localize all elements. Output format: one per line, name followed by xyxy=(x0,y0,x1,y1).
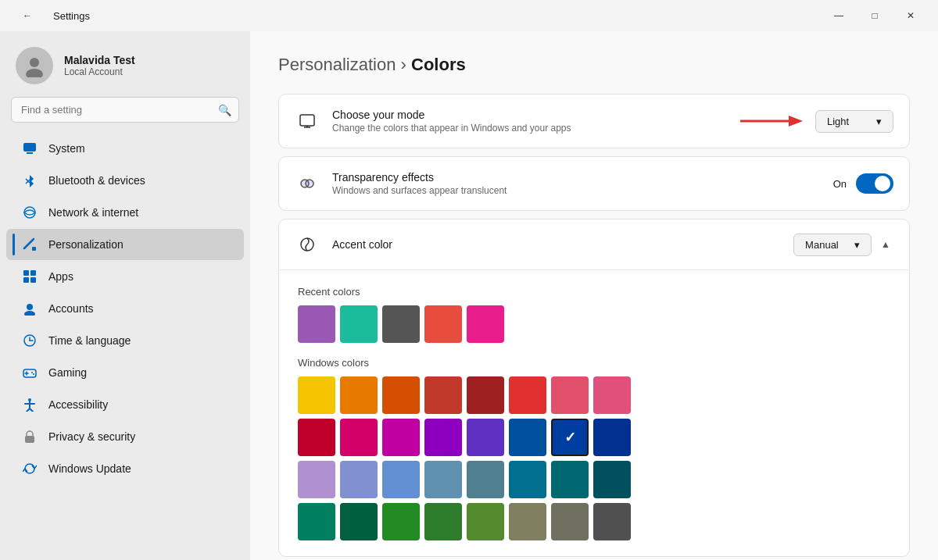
transparency-label: Transparency effects xyxy=(332,171,821,184)
windows-color-2-0[interactable] xyxy=(298,461,335,498)
windows-color-2-5[interactable] xyxy=(509,461,546,498)
recent-colors-title: Recent colors xyxy=(298,286,890,298)
windows-color-0-5[interactable] xyxy=(509,376,546,414)
choose-mode-row: Choose your mode Change the colors that … xyxy=(279,95,909,148)
mode-dropdown-value: Light xyxy=(827,116,849,127)
accent-label: Accent color xyxy=(332,238,781,251)
sidebar-item-accounts[interactable]: Accounts xyxy=(6,293,244,324)
windows-color-3-3[interactable] xyxy=(424,503,462,540)
recent-swatch-0[interactable] xyxy=(298,305,335,343)
windows-color-1-6[interactable] xyxy=(551,419,589,456)
sidebar-item-bluetooth[interactable]: Bluetooth & devices xyxy=(6,165,244,196)
svg-line-27 xyxy=(30,408,33,412)
search-box[interactable]: 🔍 xyxy=(11,97,239,123)
windows-color-3-4[interactable] xyxy=(467,503,504,540)
windows-color-3-5[interactable] xyxy=(509,503,546,540)
svg-rect-2 xyxy=(23,143,36,152)
minimize-button[interactable]: — xyxy=(821,3,857,28)
windows-color-1-4[interactable] xyxy=(467,419,504,456)
transparency-row: Transparency effects Windows and surface… xyxy=(279,157,909,210)
svg-rect-28 xyxy=(25,436,34,443)
svg-marker-33 xyxy=(789,116,803,127)
sidebar-item-time[interactable]: Time & language xyxy=(6,325,244,356)
update-nav-icon xyxy=(22,461,38,476)
windows-colors-title: Windows colors xyxy=(298,357,890,369)
svg-line-7 xyxy=(24,239,34,248)
privacy-nav-label: Privacy & security xyxy=(48,430,135,443)
windows-color-0-4[interactable] xyxy=(467,376,504,414)
sidebar-item-accessibility[interactable]: Accessibility xyxy=(6,389,244,420)
windows-color-0-1[interactable] xyxy=(340,376,378,414)
toggle-state-label: On xyxy=(833,178,847,190)
windows-color-1-3[interactable] xyxy=(424,419,462,456)
windows-color-1-1[interactable] xyxy=(340,419,378,456)
windows-color-3-0[interactable] xyxy=(298,503,335,540)
svg-rect-9 xyxy=(23,270,29,276)
maximize-button[interactable]: □ xyxy=(857,3,893,28)
gaming-nav-icon xyxy=(22,365,38,380)
accent-header: Accent color Manual ▾ ▲ xyxy=(279,219,909,270)
windows-color-2-1[interactable] xyxy=(340,461,378,498)
windows-color-1-7[interactable] xyxy=(593,419,631,456)
recent-swatch-2[interactable] xyxy=(382,305,420,343)
windows-color-1-5[interactable] xyxy=(509,419,546,456)
nav-list: SystemBluetooth & devicesNetwork & inter… xyxy=(0,132,250,485)
windows-color-0-7[interactable] xyxy=(593,376,631,414)
svg-point-35 xyxy=(306,180,313,187)
transparency-text: Transparency effects Windows and surface… xyxy=(332,171,821,196)
recent-swatch-3[interactable] xyxy=(424,305,462,343)
app-body: Malavida Test Local Account 🔍 SystemBlue… xyxy=(0,31,938,560)
accent-dropdown[interactable]: Manual ▾ xyxy=(793,234,872,256)
sidebar-item-apps[interactable]: Apps xyxy=(6,261,244,292)
mode-text: Choose your mode Change the colors that … xyxy=(332,109,728,134)
sidebar-item-system[interactable]: System xyxy=(6,133,244,164)
apps-nav-label: Apps xyxy=(48,270,73,283)
windows-color-2-2[interactable] xyxy=(382,461,420,498)
windows-color-0-2[interactable] xyxy=(382,376,420,414)
titlebar: ← Settings — □ ✕ xyxy=(0,0,938,31)
sidebar-item-update[interactable]: Windows Update xyxy=(6,453,244,484)
recent-swatch-4[interactable] xyxy=(467,305,504,343)
main-content: Personalization › Colors Choose your mod… xyxy=(250,31,938,560)
transparency-control[interactable]: On xyxy=(833,173,893,194)
windows-color-0-6[interactable] xyxy=(551,376,589,414)
recent-swatch-1[interactable] xyxy=(340,305,378,343)
sidebar-item-network[interactable]: Network & internet xyxy=(6,197,244,228)
close-button[interactable]: ✕ xyxy=(893,3,929,28)
search-input[interactable] xyxy=(11,97,239,123)
mode-dropdown[interactable]: Light ▾ xyxy=(815,110,893,133)
sidebar-item-personalization[interactable]: Personalization xyxy=(6,229,244,260)
svg-rect-11 xyxy=(23,277,29,283)
windows-color-2-3[interactable] xyxy=(424,461,462,498)
windows-color-3-1[interactable] xyxy=(340,503,378,540)
windows-color-1-2[interactable] xyxy=(382,419,420,456)
breadcrumb-separator: › xyxy=(401,55,411,74)
transparency-desc: Windows and surfaces appear translucent xyxy=(332,185,821,196)
user-info: Malavida Test Local Account xyxy=(64,54,135,77)
sidebar-item-gaming[interactable]: Gaming xyxy=(6,357,244,388)
svg-rect-29 xyxy=(300,115,314,126)
accent-collapse-icon[interactable]: ▲ xyxy=(878,236,893,253)
windows-color-3-2[interactable] xyxy=(382,503,420,540)
windows-color-0-0[interactable] xyxy=(298,376,335,414)
user-profile[interactable]: Malavida Test Local Account xyxy=(0,31,250,97)
search-icon: 🔍 xyxy=(218,104,231,116)
windows-color-2-4[interactable] xyxy=(467,461,504,498)
svg-point-0 xyxy=(30,58,39,67)
network-nav-icon xyxy=(22,205,38,220)
windows-color-2-7[interactable] xyxy=(593,461,631,498)
accent-icon xyxy=(295,232,320,257)
windows-color-0-3[interactable] xyxy=(424,376,462,414)
sidebar-item-privacy[interactable]: Privacy & security xyxy=(6,421,244,452)
svg-rect-3 xyxy=(27,152,33,154)
accent-body: Recent colors Windows colors xyxy=(279,270,909,556)
windows-color-1-0[interactable] xyxy=(298,419,335,456)
transparency-toggle[interactable] xyxy=(856,173,893,194)
windows-color-3-7[interactable] xyxy=(593,503,631,540)
accent-header-controls: Manual ▾ ▲ xyxy=(793,234,893,256)
user-sub: Local Account xyxy=(64,66,135,77)
windows-color-2-6[interactable] xyxy=(551,461,589,498)
bluetooth-nav-icon xyxy=(22,173,38,188)
windows-color-3-6[interactable] xyxy=(551,503,589,540)
back-button[interactable]: ← xyxy=(9,3,45,28)
